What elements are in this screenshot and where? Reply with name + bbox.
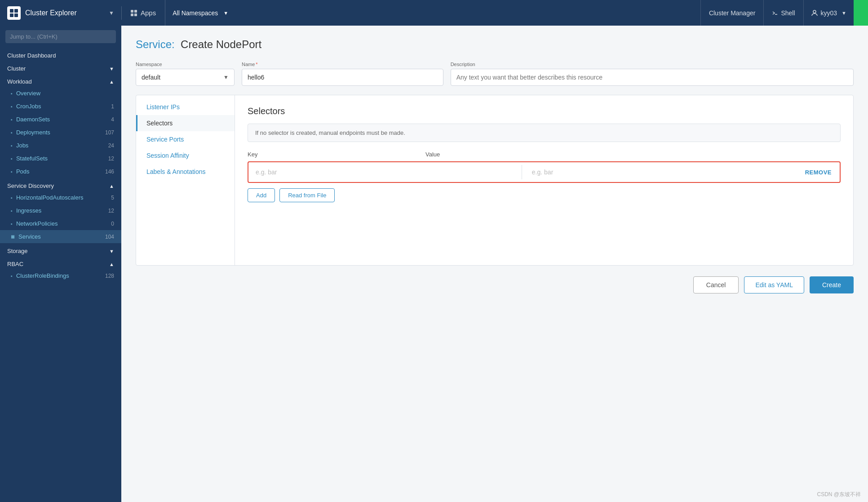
namespaces-dropdown[interactable]: All Namespaces ▼ bbox=[165, 0, 235, 26]
networkpolicies-icon: ▪ bbox=[11, 221, 13, 227]
topnav-right: Cluster Manager Shell kyy03 ▼ bbox=[700, 0, 868, 26]
cancel-button[interactable]: Cancel bbox=[693, 276, 739, 293]
left-panel: Listener IPs Selectors Service Ports Ses… bbox=[136, 95, 235, 265]
left-panel-labels-annotations[interactable]: Labels & Annotations bbox=[136, 164, 235, 180]
sidebar-item-cluster-dashboard[interactable]: Cluster Dashboard bbox=[0, 48, 121, 61]
read-from-file-button[interactable]: Read from File bbox=[279, 188, 335, 202]
name-label: Name* bbox=[242, 62, 443, 67]
page-header: Service: Create NodePort bbox=[136, 38, 854, 51]
hpa-icon: ▪ bbox=[11, 195, 13, 200]
jobs-icon: ▪ bbox=[11, 143, 13, 148]
description-input-wrapper bbox=[451, 69, 854, 86]
selector-key-input[interactable] bbox=[253, 165, 514, 179]
apps-label: Apps bbox=[141, 9, 156, 17]
sidebar-section-rbac[interactable]: RBAC ▲ bbox=[0, 256, 121, 269]
left-panel-selectors[interactable]: Selectors bbox=[136, 115, 235, 131]
user-label: kyy03 bbox=[821, 9, 837, 17]
cronjobs-icon: ▪ bbox=[11, 104, 13, 109]
sidebar-search-container bbox=[0, 26, 121, 48]
main-layout: Cluster Dashboard Cluster ▼ Workload ▲ ▪… bbox=[0, 26, 868, 502]
services-icon: ◼ bbox=[11, 234, 15, 240]
svg-rect-4 bbox=[131, 10, 133, 13]
top-navbar: Cluster Explorer ▼ Apps All Namespaces ▼… bbox=[0, 0, 868, 26]
cluster-manager-label: Cluster Manager bbox=[709, 9, 756, 17]
sidebar-item-daemonsets[interactable]: ▪ DaemonSets 4 bbox=[0, 113, 121, 126]
create-button[interactable]: Create bbox=[810, 276, 854, 293]
shell-icon bbox=[772, 10, 778, 16]
statefulsets-icon: ▪ bbox=[11, 156, 13, 161]
storage-chevron-icon: ▼ bbox=[109, 249, 114, 254]
key-column-label: Key bbox=[248, 151, 418, 158]
svg-rect-3 bbox=[14, 13, 18, 17]
service-discovery-chevron-icon: ▲ bbox=[109, 183, 114, 189]
description-label: Description bbox=[451, 62, 854, 67]
namespaces-chevron-icon: ▼ bbox=[223, 10, 228, 16]
value-column-label: Value bbox=[425, 151, 841, 158]
user-menu[interactable]: kyy03 ▼ bbox=[803, 0, 854, 26]
sidebar-item-hpa[interactable]: ▪ HorizontalPodAutoscalers 5 bbox=[0, 191, 121, 204]
sidebar-item-cronjobs[interactable]: ▪ CronJobs 1 bbox=[0, 100, 121, 113]
sidebar-search-input[interactable] bbox=[5, 30, 116, 43]
brand-cluster-explorer[interactable]: Cluster Explorer ▼ bbox=[0, 6, 121, 20]
sidebar-item-overview[interactable]: ▪ Overview bbox=[0, 87, 121, 100]
selectors-info-box: If no selector is created, manual endpoi… bbox=[248, 124, 841, 142]
apps-icon bbox=[131, 10, 138, 16]
selector-actions: Add Read from File bbox=[248, 188, 841, 202]
form-actions: Cancel Edit as YAML Create bbox=[136, 276, 854, 302]
overview-icon: ▪ bbox=[11, 91, 13, 96]
left-panel-listener-ips[interactable]: Listener IPs bbox=[136, 99, 235, 115]
page-title: Service: Create NodePort bbox=[136, 38, 854, 51]
selector-value-input[interactable] bbox=[529, 165, 791, 179]
selector-row: REMOVE bbox=[248, 161, 841, 183]
namespaces-label: All Namespaces bbox=[173, 9, 218, 17]
svg-rect-6 bbox=[131, 13, 133, 16]
sidebar-item-networkpolicies[interactable]: ▪ NetworkPolicies 0 bbox=[0, 217, 121, 230]
sidebar-item-statefulsets[interactable]: ▪ StatefulSets 12 bbox=[0, 152, 121, 165]
user-icon bbox=[811, 9, 818, 17]
sidebar-section-storage[interactable]: Storage ▼ bbox=[0, 243, 121, 256]
selector-column-labels: Key Value bbox=[248, 151, 841, 158]
name-input[interactable] bbox=[248, 74, 438, 81]
namespace-dropdown[interactable]: default ▼ bbox=[136, 69, 235, 86]
user-chevron-icon: ▼ bbox=[841, 10, 846, 16]
rbac-chevron-icon: ▲ bbox=[109, 262, 114, 267]
svg-point-9 bbox=[813, 10, 816, 13]
workload-chevron-icon: ▲ bbox=[109, 79, 114, 84]
sidebar-item-deployments[interactable]: ▪ Deployments 107 bbox=[0, 126, 121, 139]
left-panel-service-ports[interactable]: Service Ports bbox=[136, 131, 235, 147]
description-field: Description bbox=[451, 62, 854, 86]
pods-icon: ▪ bbox=[11, 169, 13, 174]
svg-rect-5 bbox=[134, 10, 137, 13]
deployments-icon: ▪ bbox=[11, 130, 13, 135]
brand-chevron-icon: ▼ bbox=[109, 10, 114, 16]
watermark: CSDN @东坡不祥 bbox=[817, 491, 861, 498]
sidebar-item-pods[interactable]: ▪ Pods 146 bbox=[0, 165, 121, 178]
nav-apps-button[interactable]: Apps bbox=[122, 0, 165, 26]
cluster-chevron-icon: ▼ bbox=[109, 66, 114, 71]
namespace-chevron-icon: ▼ bbox=[223, 74, 229, 80]
content-area: Service: Create NodePort Namespace defau… bbox=[121, 26, 868, 502]
shell-button[interactable]: Shell bbox=[763, 0, 803, 26]
remove-selector-button[interactable]: REMOVE bbox=[802, 167, 835, 178]
svg-rect-7 bbox=[134, 13, 137, 16]
selectors-title: Selectors bbox=[248, 106, 841, 116]
daemonsets-icon: ▪ bbox=[11, 117, 13, 122]
sidebar-section-service-discovery[interactable]: Service Discovery ▲ bbox=[0, 178, 121, 191]
add-selector-button[interactable]: Add bbox=[248, 188, 275, 202]
sidebar-item-jobs[interactable]: ▪ Jobs 24 bbox=[0, 139, 121, 152]
description-input[interactable] bbox=[456, 74, 848, 81]
sidebar-item-ingresses[interactable]: ▪ Ingresses 12 bbox=[0, 204, 121, 217]
namespace-field: Namespace default ▼ bbox=[136, 62, 235, 86]
selector-row-divider bbox=[522, 165, 522, 179]
left-panel-session-affinity[interactable]: Session Affinity bbox=[136, 147, 235, 164]
brand-icon bbox=[7, 6, 21, 20]
sidebar-item-services[interactable]: ◼ Services 104 bbox=[0, 230, 121, 243]
sidebar-item-clusterrolebindings[interactable]: ▪ ClusterRoleBindings 128 bbox=[0, 269, 121, 282]
edit-as-yaml-button[interactable]: Edit as YAML bbox=[744, 276, 804, 293]
sidebar-section-workload[interactable]: Workload ▲ bbox=[0, 74, 121, 87]
svg-rect-1 bbox=[14, 9, 18, 13]
sidebar-section-cluster[interactable]: Cluster ▼ bbox=[0, 61, 121, 74]
clusterrolebindings-icon: ▪ bbox=[11, 273, 13, 279]
cluster-manager-button[interactable]: Cluster Manager bbox=[700, 0, 764, 26]
shell-label: Shell bbox=[781, 9, 795, 17]
